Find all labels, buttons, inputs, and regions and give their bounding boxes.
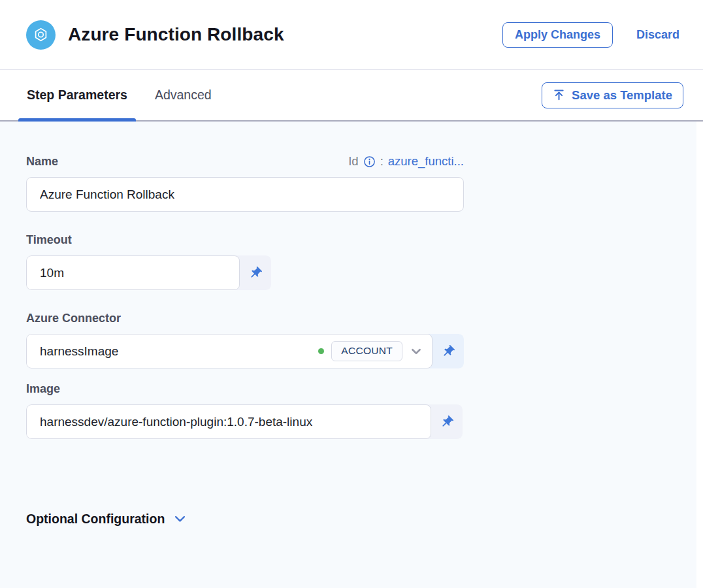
- tab-step-parameters[interactable]: Step Parameters: [18, 70, 136, 120]
- page-title: Azure Function Rollback: [68, 24, 284, 45]
- save-as-template-button[interactable]: Save as Template: [542, 82, 683, 108]
- optional-configuration-label: Optional Configuration: [26, 512, 165, 527]
- image-label: Image: [26, 382, 703, 396]
- connector-status-dot: [318, 348, 324, 354]
- name-label-row: Name Id : azure_functi...: [26, 154, 464, 169]
- optional-configuration-toggle[interactable]: Optional Configuration: [26, 512, 187, 527]
- name-label: Name: [26, 155, 58, 169]
- timeout-input[interactable]: [26, 255, 240, 290]
- pin-icon: [245, 263, 265, 283]
- chevron-down-icon: [173, 512, 187, 526]
- name-input[interactable]: [26, 177, 464, 212]
- chevron-down-icon[interactable]: [410, 345, 423, 358]
- step-id-value[interactable]: azure_functi...: [388, 154, 464, 169]
- pin-icon: [436, 412, 457, 432]
- connector-value: harnessImage: [40, 344, 118, 359]
- scrollbar-gutter[interactable]: [696, 122, 703, 588]
- step-id-group: Id : azure_functi...: [348, 154, 464, 169]
- tab-advanced[interactable]: Advanced: [146, 70, 220, 120]
- image-runtime-input-pin-button[interactable]: [426, 404, 463, 439]
- step-icon: [26, 20, 56, 50]
- connector-runtime-input-pin-button[interactable]: [427, 334, 464, 368]
- discard-button[interactable]: Discard: [636, 28, 679, 42]
- save-as-template-label: Save as Template: [572, 88, 672, 103]
- connector-scope-badge: ACCOUNT: [331, 341, 402, 361]
- azure-connector-input-group: harnessImage ACCOUNT: [26, 334, 464, 368]
- azure-connector-label: Azure Connector: [26, 312, 703, 325]
- timeout-input-group: [26, 255, 271, 290]
- id-label: Id: [348, 154, 358, 169]
- image-input[interactable]: [26, 404, 431, 439]
- pin-icon: [438, 341, 458, 361]
- step-config-panel: Azure Function Rollback Apply Changes Di…: [0, 0, 703, 588]
- hexagon-nut-icon: [32, 26, 50, 44]
- header-actions: Apply Changes Discard: [502, 22, 679, 48]
- apply-changes-button[interactable]: Apply Changes: [502, 22, 613, 48]
- header: Azure Function Rollback Apply Changes Di…: [0, 0, 703, 70]
- connector-right-cluster: ACCOUNT: [318, 341, 423, 361]
- id-separator: :: [380, 154, 384, 169]
- timeout-field-group: Timeout: [26, 233, 703, 290]
- tabbar-right: Save as Template: [542, 70, 685, 120]
- image-input-group: [26, 404, 463, 439]
- step-parameters-form: Name Id : azure_functi... Timeout: [0, 122, 703, 588]
- timeout-runtime-input-pin-button[interactable]: [235, 255, 271, 290]
- upload-icon: [553, 89, 565, 101]
- azure-connector-field-group: Azure Connector harnessImage ACCOUNT: [26, 312, 703, 368]
- name-field-group: Name Id : azure_functi...: [26, 154, 703, 212]
- image-field-group: Image: [26, 382, 703, 439]
- azure-connector-select[interactable]: harnessImage ACCOUNT: [26, 334, 433, 368]
- info-icon[interactable]: [363, 155, 376, 168]
- tabs: Step Parameters Advanced: [18, 70, 220, 120]
- tab-bar: Step Parameters Advanced Save as Templat…: [0, 70, 703, 122]
- timeout-label: Timeout: [26, 233, 703, 247]
